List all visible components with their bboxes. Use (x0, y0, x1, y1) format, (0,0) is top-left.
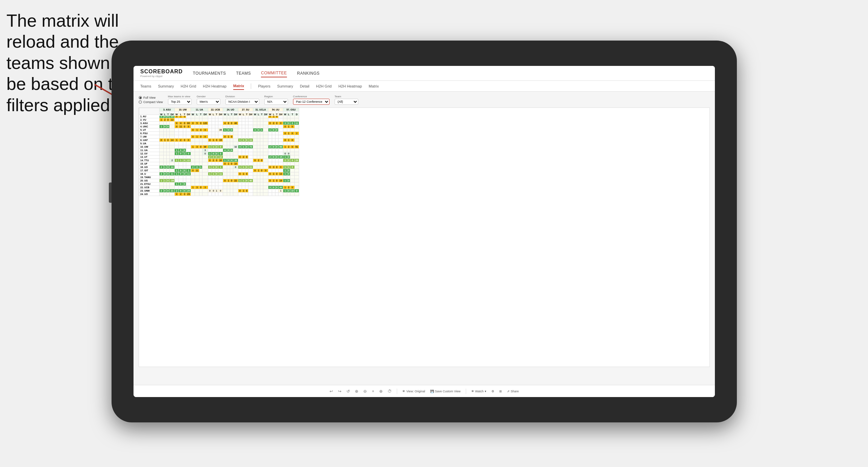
matrix-cell (215, 135, 218, 139)
matrix-cell (260, 179, 263, 182)
share-button[interactable]: ⇗ Share (507, 390, 519, 393)
grid-button[interactable]: ⊞ (499, 390, 502, 393)
table-row: 6. FSU0102 (139, 132, 299, 135)
matrix-cell (257, 179, 260, 182)
team-select[interactable]: (All) (335, 99, 358, 105)
matrix-cell (260, 139, 263, 142)
sub-nav-h2h-heatmap[interactable]: H2H Heatmap (203, 83, 226, 90)
matrix-cell (223, 166, 227, 169)
matrix-cell: 0 (223, 135, 227, 139)
matrix-cell (268, 162, 272, 166)
matrix-cell: 0 (287, 152, 290, 155)
matrix-cell: 1 (283, 169, 287, 172)
sub-nav-summary[interactable]: Summary (158, 83, 174, 90)
matrix-cell (218, 125, 223, 128)
nav-item-tournaments[interactable]: TOURNAMENTS (193, 70, 226, 77)
matrix-cell (178, 155, 183, 159)
matrix-cell (242, 149, 245, 152)
matrix-cell: 0 (215, 155, 218, 159)
sub-nav-players[interactable]: Players (258, 83, 270, 90)
matrix-cell (257, 176, 260, 179)
matrix-cell (275, 125, 278, 128)
gender-select[interactable]: Men's Women's (197, 99, 220, 105)
matrix-cell (294, 152, 299, 155)
matrix-cell (290, 193, 295, 196)
undo-button[interactable]: ↩ (330, 389, 333, 394)
sub-nav-player-h2h-grid[interactable]: H2H Grid (316, 83, 332, 90)
matrix-cell (242, 122, 245, 125)
matrix-cell (290, 142, 295, 145)
view-original-button[interactable]: 👁 View: Original (402, 390, 425, 393)
content-area: Full View Compact View Max teams in view… (134, 92, 715, 385)
matrix-cell (163, 135, 166, 139)
matrix-cell (287, 162, 290, 166)
zoom-out-button[interactable]: ⊖ (363, 389, 367, 394)
matrix-cell (272, 169, 275, 172)
share-label: Share (511, 390, 519, 393)
matrix-cell: 1 (287, 132, 290, 135)
full-view-radio[interactable]: Full View (139, 96, 163, 99)
matrix-cell (170, 162, 175, 166)
region-select[interactable]: N/A East West (264, 99, 288, 105)
nav-item-rankings[interactable]: RANKINGS (297, 70, 320, 77)
sub-nav-player-h2h-heatmap[interactable]: H2H Heatmap (338, 83, 362, 90)
sub-nav-detail[interactable]: Detail (300, 83, 309, 90)
matrix-cell: 2 (268, 145, 272, 149)
matrix-cell (283, 149, 287, 152)
timer-button[interactable]: ⏱ (388, 389, 392, 394)
matrix-cell (186, 186, 191, 189)
sub-nav-matrix[interactable]: Matrix (233, 82, 244, 90)
matrix-cell: 1 (238, 166, 242, 169)
matrix-cell: 0 (263, 169, 268, 172)
reset-button[interactable]: ↺ (346, 389, 350, 394)
matrix-cell (166, 152, 169, 155)
matrix-cell (166, 162, 169, 166)
table-row: 13. UT220120202001510 (139, 155, 299, 159)
matrix-cell (260, 135, 263, 139)
col-header-team (139, 108, 160, 115)
matrix-cell (275, 118, 278, 122)
matrix-cell (268, 159, 272, 162)
matrix-cell: 0 (245, 166, 248, 169)
save-custom-button[interactable]: 💾 Save Custom View (430, 390, 461, 393)
sub-nav-h2h-grid[interactable]: H2H Grid (180, 83, 196, 90)
sub-nav-player-summary[interactable]: Summary (277, 83, 293, 90)
table-row: 18. U2001110011110110100101310 (139, 172, 299, 176)
zoom-in-button[interactable]: ⊕ (379, 389, 383, 394)
nav-item-committee[interactable]: COMMITTEE (261, 69, 287, 77)
sub-nav-player-matrix[interactable]: Matrix (369, 83, 379, 90)
matrix-cell: 0 (275, 155, 278, 159)
division-select[interactable]: NCAA Division I NCAA Division II NCAA Di… (225, 99, 259, 105)
matrix-cell (202, 159, 208, 162)
matrix-cell (233, 152, 238, 155)
matrix-cell (208, 125, 212, 128)
settings-button[interactable]: ⚙ (491, 390, 494, 393)
matrix-cell (248, 118, 253, 122)
matrix-cell: 1 (272, 172, 275, 176)
matrix-cell: 0 (272, 145, 275, 149)
matrix-cell (238, 162, 242, 166)
matrix-container[interactable]: 3. ASU 10. UW 11. UA 22. UCB 24. UO 27. … (139, 107, 710, 367)
conference-select[interactable]: Pac-12 Conference (All) ACC Big 12 (293, 99, 330, 105)
matrix-cell: 0 (183, 172, 186, 176)
matrix-cell (223, 182, 227, 186)
matrix-cell (294, 172, 299, 176)
compact-view-radio[interactable]: Compact View (139, 100, 163, 104)
matrix-cell (242, 135, 245, 139)
search-button[interactable]: ⊕ (355, 389, 358, 394)
nav-item-teams[interactable]: TEAMS (236, 70, 251, 77)
matrix-cell (218, 176, 223, 179)
matrix-cell (253, 172, 257, 176)
matrix-cell: 0 (199, 122, 202, 125)
max-teams-select[interactable]: Top 25 Top 50 All (168, 99, 192, 105)
col-header-su: 27. SU (238, 108, 253, 112)
matrix-cell: 0 (275, 166, 278, 169)
matrix-cell (248, 176, 253, 179)
sub-nav-teams[interactable]: Teams (140, 83, 151, 90)
matrix-cell (166, 122, 169, 125)
matrix-cell (294, 149, 299, 152)
watch-button[interactable]: 👁 Watch ▾ (471, 390, 486, 393)
redo-button[interactable]: ↪ (338, 389, 341, 394)
matrix-cell: 0 (275, 128, 278, 132)
matrix-cell (230, 176, 233, 179)
